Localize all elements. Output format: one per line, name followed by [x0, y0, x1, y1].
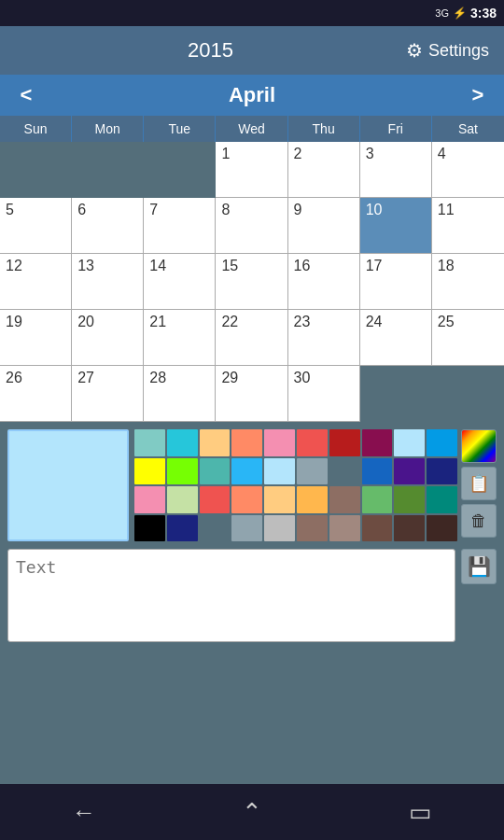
- settings-button[interactable]: ⚙ Settings: [406, 39, 489, 62]
- header-tue: Tue: [144, 116, 216, 142]
- calendar-day[interactable]: 28: [144, 366, 216, 422]
- color-swatch[interactable]: [427, 458, 457, 485]
- calendar-day[interactable]: 20: [72, 310, 144, 366]
- color-swatch[interactable]: [427, 515, 457, 542]
- color-swatch[interactable]: [264, 486, 295, 513]
- calendar-day[interactable]: 6: [72, 198, 144, 254]
- delete-button[interactable]: 🗑: [461, 504, 497, 538]
- color-swatch[interactable]: [394, 458, 425, 485]
- color-swatch[interactable]: [394, 486, 425, 513]
- calendar-day[interactable]: 3: [360, 142, 432, 198]
- color-swatch[interactable]: [329, 515, 360, 542]
- calendar-day[interactable]: 1: [216, 142, 287, 198]
- color-swatch[interactable]: [134, 486, 165, 513]
- calendar-day[interactable]: 17: [360, 254, 432, 310]
- color-swatch[interactable]: [231, 486, 262, 513]
- color-swatch[interactable]: [134, 429, 165, 456]
- color-swatch[interactable]: [231, 458, 262, 485]
- calendar-day[interactable]: 18: [432, 254, 504, 310]
- color-swatch[interactable]: [200, 486, 231, 513]
- header-sat: Sat: [432, 116, 504, 142]
- header-fri: Fri: [360, 116, 432, 142]
- calendar-day[interactable]: 15: [216, 254, 287, 310]
- calendar-day[interactable]: 9: [288, 198, 360, 254]
- color-swatch[interactable]: [167, 458, 198, 485]
- color-swatch[interactable]: [264, 515, 295, 542]
- color-swatch[interactable]: [200, 458, 231, 485]
- color-swatch[interactable]: [329, 429, 360, 456]
- calendar-day[interactable]: 14: [144, 254, 216, 310]
- home-button[interactable]: ⌃: [224, 791, 280, 833]
- calendar-day[interactable]: 21: [144, 310, 216, 366]
- color-swatch[interactable]: [200, 515, 231, 542]
- calendar-day[interactable]: 25: [432, 310, 504, 366]
- calendar-day[interactable]: 26: [0, 366, 72, 422]
- color-swatch[interactable]: [231, 429, 262, 456]
- color-swatch[interactable]: [264, 429, 295, 456]
- next-month-button[interactable]: >: [452, 75, 504, 116]
- color-swatch[interactable]: [134, 515, 165, 542]
- color-swatch[interactable]: [427, 486, 457, 513]
- color-swatch[interactable]: [362, 429, 393, 456]
- color-swatch[interactable]: [297, 458, 328, 485]
- rainbow-button[interactable]: [461, 429, 497, 463]
- color-swatch[interactable]: [362, 486, 393, 513]
- calendar-grid: 1234567891011121314151617181920212223242…: [0, 142, 504, 422]
- calendar-day[interactable]: 22: [216, 310, 287, 366]
- day-number: 26: [6, 370, 22, 386]
- calendar-day[interactable]: 19: [0, 310, 72, 366]
- color-swatch[interactable]: [167, 515, 198, 542]
- back-button[interactable]: ←: [56, 791, 112, 833]
- calendar-day[interactable]: 29: [216, 366, 287, 422]
- calendar-day[interactable]: 8: [216, 198, 287, 254]
- calendar-day[interactable]: 7: [144, 198, 216, 254]
- color-swatch[interactable]: [134, 458, 165, 485]
- color-swatch[interactable]: [427, 429, 457, 456]
- month-display: April: [52, 83, 452, 107]
- calendar-day[interactable]: 10: [360, 198, 432, 254]
- calendar-day[interactable]: 16: [288, 254, 360, 310]
- calendar-day: [72, 142, 144, 198]
- color-swatch[interactable]: [264, 458, 295, 485]
- prev-month-button[interactable]: <: [0, 75, 52, 116]
- save-button[interactable]: 💾: [461, 549, 497, 584]
- calendar-day[interactable]: 24: [360, 310, 432, 366]
- color-swatch[interactable]: [167, 486, 198, 513]
- color-swatch[interactable]: [329, 458, 360, 485]
- calendar-day[interactable]: 27: [72, 366, 144, 422]
- color-swatch[interactable]: [231, 515, 262, 542]
- calendar-day[interactable]: 2: [288, 142, 360, 198]
- gear-icon: ⚙: [406, 39, 423, 62]
- header-thu: Thu: [288, 116, 360, 142]
- header-mon: Mon: [72, 116, 144, 142]
- color-swatch[interactable]: [394, 515, 425, 542]
- day-number: 13: [77, 258, 94, 274]
- calendar-day[interactable]: 23: [288, 310, 360, 366]
- time-display: 3:38: [470, 6, 497, 21]
- calendar-day[interactable]: 5: [0, 198, 72, 254]
- color-swatch[interactable]: [297, 486, 328, 513]
- color-swatch[interactable]: [329, 486, 360, 513]
- paste-icon: 📋: [469, 473, 489, 494]
- corner-triangle: [271, 404, 287, 421]
- color-swatch[interactable]: [362, 458, 393, 485]
- color-swatch[interactable]: [200, 429, 231, 456]
- color-swatch[interactable]: [167, 429, 198, 456]
- status-bar: 3G ⚡ 3:38: [0, 0, 504, 26]
- color-swatch[interactable]: [297, 515, 328, 542]
- day-number: 14: [149, 258, 166, 274]
- color-swatch[interactable]: [394, 429, 425, 456]
- calendar-day[interactable]: 13: [72, 254, 144, 310]
- paste-button[interactable]: 📋: [461, 467, 497, 500]
- calendar-day[interactable]: 30: [288, 366, 360, 422]
- calendar-day[interactable]: 11: [432, 198, 504, 254]
- day-number: 6: [77, 202, 86, 218]
- text-input[interactable]: [7, 549, 455, 642]
- color-swatch[interactable]: [297, 429, 328, 456]
- corner-triangle: [0, 404, 17, 421]
- bottom-panel: 📋 🗑 💾: [0, 422, 504, 784]
- color-swatch[interactable]: [362, 515, 393, 542]
- calendar-day[interactable]: 4: [432, 142, 504, 198]
- recents-button[interactable]: ▭: [392, 791, 448, 833]
- calendar-day[interactable]: 12: [0, 254, 72, 310]
